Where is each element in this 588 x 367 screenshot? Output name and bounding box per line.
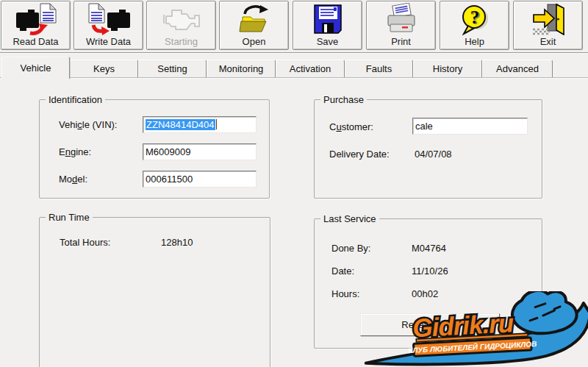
toolbar-button-label: Starting <box>165 36 198 47</box>
read-data-button[interactable]: Read Data <box>1 1 71 50</box>
tab-activation[interactable]: Activation <box>276 60 345 77</box>
run-time-group: Run Time Total Hours: 128h10 <box>39 217 270 367</box>
tab-setting[interactable]: Setting <box>138 60 207 77</box>
tab-vehicle[interactable]: Vehicle <box>1 57 70 79</box>
toolbar-button-label: Exit <box>540 36 556 47</box>
vin-selected-text: ZZN48414D404 <box>146 119 215 130</box>
toolbar-button-label: Save <box>317 36 339 47</box>
write-data-icon <box>74 1 143 36</box>
buds-vehicle-window: Read Data <box>0 0 588 367</box>
service-date-label: Date: <box>331 266 354 277</box>
tab-keys[interactable]: Keys <box>70 60 138 77</box>
customer-input[interactable] <box>412 118 528 135</box>
engine-input[interactable] <box>143 143 257 160</box>
tab-monitoring[interactable]: Monitoring <box>207 60 276 77</box>
toolbar-divider <box>0 52 588 54</box>
printer-icon <box>367 1 435 36</box>
toolbar-button-label: Read Data <box>12 36 58 47</box>
purchase-group-title: Purchase <box>320 94 367 105</box>
total-hours-value: 128h10 <box>161 237 193 249</box>
tab-advanced[interactable]: Advanced <box>482 60 553 77</box>
save-button[interactable]: Save <box>293 1 362 50</box>
purchase-group: Purchase Customer: Delivery Date: 04/07/… <box>314 99 542 199</box>
service-hours-label: Hours: <box>331 288 359 300</box>
delivery-date-label: Delivery Date: <box>329 149 390 160</box>
run-time-group-title: Run Time <box>46 212 93 223</box>
print-button[interactable]: Print <box>366 1 436 50</box>
last-service-group: Last Service Done By: M04764 Date: 11/10… <box>314 218 542 349</box>
svg-text:?: ? <box>470 7 479 27</box>
tab-faults[interactable]: Faults <box>345 60 413 77</box>
open-button[interactable]: Open <box>219 1 289 50</box>
toolbar-button-label: Open <box>243 36 266 47</box>
open-folder-icon <box>220 1 288 36</box>
done-by-label: Done By: <box>331 243 370 254</box>
read-data-icon <box>1 1 70 36</box>
done-by-value: M04764 <box>412 243 446 254</box>
model-input[interactable] <box>143 171 257 188</box>
tab-history[interactable]: History <box>413 60 482 77</box>
starting-button: Starting <box>146 1 216 50</box>
toolbar-button-label: Write Data <box>86 36 131 47</box>
help-balloon-icon: ? ? <box>440 1 509 36</box>
exit-button[interactable]: Exit <box>513 1 583 50</box>
toolbar-button-label: Help <box>465 36 484 47</box>
engine-label: Engine: <box>59 146 91 158</box>
service-date-value: 11/10/26 <box>412 266 448 277</box>
save-floppy-icon <box>293 1 362 36</box>
last-service-group-title: Last Service <box>320 213 379 224</box>
identification-group: Identification Vehicle (VIN): ZZN48414D4… <box>39 99 270 199</box>
text-caret <box>216 119 217 129</box>
delivery-date-value: 04/07/08 <box>415 149 452 160</box>
help-button[interactable]: ? ? Help <box>440 1 509 50</box>
engine-icon <box>147 1 215 36</box>
vin-label: Vehicle (VIN): <box>59 119 117 131</box>
customer-label: Customer: <box>329 121 373 133</box>
reset-service-button[interactable]: Reset Service <box>360 313 500 336</box>
tab-pane-border <box>0 77 588 79</box>
identification-group-title: Identification <box>46 94 105 105</box>
total-hours-label: Total Hours: <box>60 237 110 249</box>
model-label: Model: <box>59 174 87 185</box>
write-data-button[interactable]: Write Data <box>74 1 143 50</box>
vin-input[interactable]: ZZN48414D404 <box>143 116 257 133</box>
exit-door-icon <box>514 1 582 36</box>
toolbar-button-label: Print <box>391 36 411 47</box>
service-hours-value: 00h02 <box>412 288 438 300</box>
